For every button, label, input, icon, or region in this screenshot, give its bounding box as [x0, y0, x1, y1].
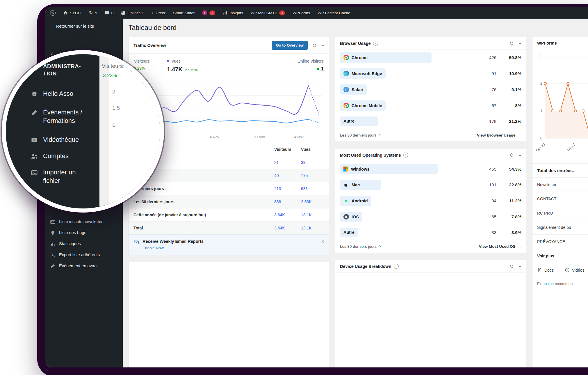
arrow-right-icon: →	[49, 23, 53, 30]
collapse-caret-icon[interactable]	[518, 43, 521, 44]
usage-percent: 8%	[496, 103, 521, 108]
usage-count: 455	[479, 167, 496, 171]
visitors-value-link[interactable]: 3.64K	[274, 213, 301, 217]
traffic-overview-title: Traffic Overview	[133, 43, 166, 48]
period-selector[interactable]: Les 30 derniers jours	[340, 244, 382, 249]
views-value-link[interactable]: 13.1K	[301, 213, 324, 217]
sidebar-item-back-to-site[interactable]: → Retourner sur le site	[45, 19, 123, 34]
wpforms-form-newsletter[interactable]: Newsletter	[532, 177, 588, 192]
svg-text:2: 2	[540, 82, 542, 86]
usage-name: Mac	[352, 183, 360, 187]
usage-name: Chrome	[352, 55, 368, 60]
magnified-menu-vid-oth-que[interactable]: Vidéothèque	[31, 136, 79, 144]
visitors-value-link[interactable]: 213	[274, 186, 301, 191]
admin-bar-item-online-visitors[interactable]: Online: 1	[121, 11, 143, 15]
views-value-link[interactable]: 631	[301, 186, 324, 191]
refresh-icon[interactable]	[312, 43, 317, 47]
x-axis-label: 24 Nov	[293, 135, 304, 139]
windows-icon	[343, 167, 348, 171]
stat-value: 1	[321, 66, 324, 72]
visitors-value-link[interactable]: 3.64K	[274, 226, 301, 230]
edge-icon	[343, 71, 349, 76]
os-usage-panel: Most Used Operating Systems i Windows455…	[335, 149, 526, 253]
sidebar-item-statistiques[interactable]: Statistiques	[49, 239, 119, 249]
enable-now-link[interactable]: Enable Now	[142, 246, 164, 250]
admin-bar-item-wordpress-logo[interactable]: W	[50, 10, 56, 16]
sidebar-item-export-liste-adh-rents[interactable]: Export liste adhérents	[49, 250, 119, 260]
visitors-value-link[interactable]: 838	[274, 199, 301, 204]
page-title: Tableau de bord	[129, 24, 588, 32]
admin-bar-item-wp-mail-smtp[interactable]: WP Mail SMTP1	[251, 10, 285, 15]
views-value-link[interactable]: 2.63K	[301, 199, 324, 204]
magnifier-lens: Visiteurs 3.23% 21.51 ∨ADMINISTRA-TIONHe…	[2, 50, 164, 213]
total-entries-label: Total des entrées:	[532, 163, 588, 177]
period-selector[interactable]: Les 30 derniers jours	[340, 133, 382, 137]
wpforms-form-contact[interactable]: CONTACT	[532, 192, 588, 206]
views-value-link[interactable]: 13.1K	[301, 226, 324, 230]
column-header: Visiteurs	[274, 147, 301, 152]
wpforms-form-pr-voyance[interactable]: PRÉVOYANCE	[532, 234, 588, 249]
sidebar-item-label: Événement en avant	[59, 263, 98, 269]
usage-name: Safari	[352, 87, 363, 92]
go-to-overview-button[interactable]: Go to Overview	[272, 41, 308, 50]
magnified-menu-label: ADMINISTRA-TION	[43, 63, 81, 77]
usage-chip: Autre	[340, 228, 358, 237]
admin-bar-item-smart-slider[interactable]: Smart Slider	[173, 11, 195, 15]
admin-bar-item-comments[interactable]: 0	[105, 10, 114, 15]
wpforms-form-rc-pro[interactable]: RC PRO	[532, 206, 588, 220]
close-icon[interactable]: ×	[321, 239, 324, 244]
magnified-menu-label: Comptes	[43, 152, 69, 160]
sidebar-item-liste-des-bugs[interactable]: Liste des bugs	[49, 228, 119, 238]
play-icon	[565, 268, 570, 273]
usage-chip: Autre	[340, 116, 378, 126]
admin-bar-item-wp-fastest-cache[interactable]: WP Fastest Cache	[318, 11, 350, 15]
sidebar-item-liste-inscrits-newsletter[interactable]: Liste inscrits newsletter	[49, 217, 119, 227]
safari-icon	[343, 87, 349, 92]
wpforms-see-more[interactable]: Voir plus	[532, 249, 588, 263]
magnified-menu-v-nements-formations[interactable]: Événements /Formations	[31, 108, 82, 125]
refresh-icon[interactable]	[509, 153, 514, 157]
wpforms-link-docs[interactable]: Docs	[537, 268, 554, 273]
usage-chip: iOS	[340, 212, 362, 222]
android-icon	[343, 198, 349, 204]
plus-icon: +	[151, 10, 154, 15]
views-value-link[interactable]: 39	[301, 160, 324, 165]
admin-bar-item-yoast-seo[interactable]: Y2	[202, 10, 215, 15]
collapse-caret-icon[interactable]	[321, 45, 324, 46]
admin-bar-label: Smart Slider	[173, 11, 195, 15]
wpforms-form-signalement-de-bu[interactable]: Signalement de bu	[532, 220, 588, 234]
magnified-menu-comptes[interactable]: Comptes	[31, 152, 69, 160]
admin-bar-item-new-content[interactable]: +Créer	[151, 10, 165, 15]
usage-percent: 9.1%	[496, 87, 521, 92]
traffic-table-row-les-30-derniers-jours: Les 30 derniers jours8382.63K	[129, 195, 329, 208]
magnified-menu-administration[interactable]: ∨ADMINISTRA-TION	[31, 63, 81, 77]
wpforms-link-vid-os[interactable]: Vidéos	[565, 268, 585, 273]
refresh-icon[interactable]	[509, 41, 514, 45]
magnified-menu-hello-asso[interactable]: Hello Asso	[31, 90, 73, 98]
svg-text:Oct 29: Oct 29	[535, 142, 546, 153]
view-most-used-os-link[interactable]: View Most Used OS →	[479, 244, 521, 249]
lens-axis-label: 1	[112, 122, 115, 128]
sidebar-item-v-nement-en-avant[interactable]: Événement en avant	[49, 261, 119, 271]
visitors-value-link[interactable]: 40	[274, 173, 301, 178]
period-label: Les 30 derniers jours	[340, 133, 377, 137]
admin-bar-label: WPForms	[293, 11, 310, 15]
admin-bar-item-wpforms[interactable]: WPForms	[293, 11, 310, 15]
collapse-caret-icon[interactable]	[518, 266, 521, 267]
email-reports-banner: Receive Weekly Email Reports Enable Now …	[129, 234, 329, 255]
admin-bar-item-site-name[interactable]: SYCFI	[63, 10, 81, 15]
row-label: Les 30 derniers jours	[133, 199, 274, 204]
sidebar-menu-lower: Liste inscrits newsletterListe des bugsS…	[45, 217, 123, 271]
usage-row-chrome: Chrome42650.8%	[335, 49, 526, 66]
view-browser-usage-link[interactable]: View Browser Usage →	[477, 133, 521, 137]
magnified-menu-importer-un-fichier[interactable]: Importer unfichier	[31, 168, 76, 185]
collapse-caret-icon[interactable]	[518, 154, 521, 156]
usage-name: Android	[352, 199, 368, 203]
visitors-value-link[interactable]: 21	[274, 160, 301, 165]
refresh-icon[interactable]	[509, 264, 514, 268]
admin-bar-item-updates[interactable]: ↻5	[89, 10, 97, 15]
usage-row-windows: Windows45554.3%	[335, 161, 526, 177]
wpforms-list: NewsletterCONTACTRC PROSignalement de bu…	[532, 177, 588, 263]
admin-bar-item-insights[interactable]: Insights	[223, 10, 243, 15]
views-value-link[interactable]: 175	[301, 173, 324, 178]
